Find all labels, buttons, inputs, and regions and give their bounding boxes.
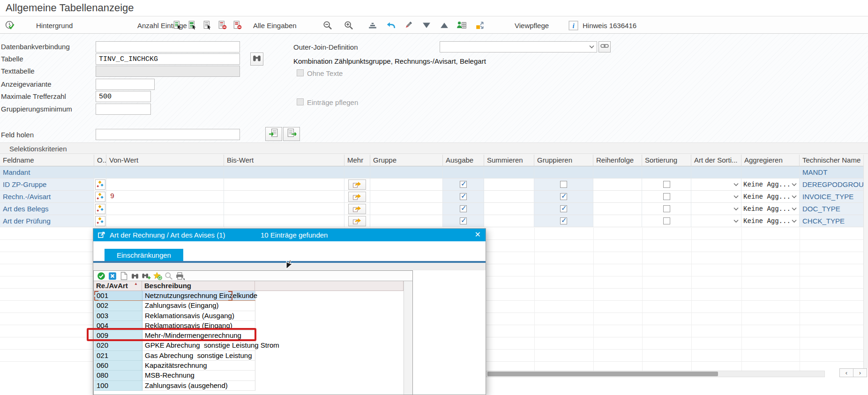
- value-list-row[interactable]: 002Zahlungsavis (Eingang): [94, 301, 404, 311]
- cell-ausgabe[interactable]: [443, 179, 484, 191]
- value-code[interactable]: 020: [94, 341, 142, 350]
- value-code[interactable]: 004: [94, 321, 142, 331]
- cell-technischer-name[interactable]: MANDT: [800, 166, 868, 179]
- page-left-button[interactable]: ‹: [839, 368, 853, 377]
- triangle-up-icon[interactable]: [439, 20, 449, 30]
- list-scrollbar[interactable]: [404, 281, 412, 395]
- selection-option-button[interactable]: [95, 192, 105, 202]
- value-description[interactable]: Zahlungsavis (ausgehend): [142, 381, 255, 391]
- cell-feldname[interactable]: Mandant: [0, 166, 94, 179]
- edit-icon[interactable]: [403, 20, 413, 30]
- column-header-2[interactable]: Von-Wert: [106, 155, 224, 166]
- cell-aggregieren[interactable]: Keine Agg...: [741, 191, 800, 203]
- column-header-11[interactable]: Art der Sorti...: [691, 155, 741, 166]
- value-description[interactable]: Netznutzungsrechnung Einzelkunde: [142, 291, 255, 301]
- all-inputs-button[interactable]: Alle Eingaben: [253, 22, 297, 30]
- column-header-8[interactable]: Gruppieren: [534, 155, 593, 166]
- cell-technischer-name[interactable]: DEREGPODGROUP: [800, 179, 868, 191]
- import-fields-button[interactable]: [265, 127, 282, 141]
- checkbox-icon[interactable]: [460, 205, 467, 212]
- cell-gruppieren[interactable]: [534, 215, 593, 227]
- checkbox-icon[interactable]: [460, 193, 467, 200]
- execute-icon[interactable]: [5, 20, 15, 30]
- cell-bis-wert[interactable]: [224, 191, 344, 203]
- cell-technischer-name[interactable]: DOC_TYPE: [800, 203, 868, 215]
- cell-sortierung[interactable]: [642, 191, 691, 203]
- value-code[interactable]: 080: [94, 371, 142, 380]
- cell-art-der-sortierung[interactable]: [691, 191, 741, 203]
- tab-restrictions[interactable]: Einschränkungen: [105, 249, 183, 261]
- cell-option[interactable]: [94, 191, 106, 203]
- cell-gruppe[interactable]: [370, 191, 443, 203]
- cell-technischer-name[interactable]: CHCK_TYPE: [800, 215, 868, 227]
- cell-feldname[interactable]: Rechn.-/Avisart: [0, 191, 94, 203]
- value-list-row[interactable]: 001Netznutzungsrechnung Einzelkunde: [94, 291, 404, 301]
- checkbox-icon[interactable]: [560, 217, 567, 224]
- note-button[interactable]: Hinweis 1636416: [583, 22, 636, 30]
- cell-von-wert[interactable]: [106, 215, 224, 227]
- grouping-minimum-input[interactable]: [96, 104, 151, 115]
- column-header-description[interactable]: Beschreibung: [142, 281, 255, 291]
- value-description[interactable]: Zahlungsavis (Eingang): [142, 301, 255, 311]
- value-code[interactable]: 060: [94, 361, 142, 371]
- multiple-selection-button[interactable]: [348, 192, 366, 202]
- multiple-selection-button[interactable]: [348, 204, 366, 214]
- cell-mehr[interactable]: [344, 179, 370, 191]
- value-list-row[interactable]: 100Zahlungsavis (ausgehend): [94, 381, 404, 391]
- value-description[interactable]: Mehr-/Mindermengenrechnung: [142, 331, 255, 341]
- cell-gruppe[interactable]: [370, 203, 443, 215]
- column-header-code[interactable]: Re./AvArt ▲: [94, 281, 142, 291]
- triangle-down-icon[interactable]: [421, 20, 432, 30]
- value-code[interactable]: 100: [94, 381, 142, 391]
- ok-icon[interactable]: [96, 272, 107, 280]
- checkbox-icon[interactable]: [663, 205, 670, 212]
- cell-option[interactable]: [94, 179, 106, 191]
- cell-option[interactable]: [94, 215, 106, 227]
- column-header-1[interactable]: O..: [94, 155, 106, 166]
- cell-von-wert[interactable]: [106, 203, 224, 215]
- checkbox-icon[interactable]: [460, 181, 467, 188]
- multiple-selection-button[interactable]: [348, 179, 366, 190]
- value-description[interactable]: Reklamationsavis (Eingang): [142, 321, 255, 331]
- column-header-7[interactable]: Summieren: [484, 155, 534, 166]
- cell-sortierung[interactable]: [642, 203, 691, 215]
- cell-ausgabe[interactable]: [443, 203, 484, 215]
- find-next-icon[interactable]: [141, 272, 152, 280]
- cell-sortierung[interactable]: [642, 215, 691, 227]
- background-button[interactable]: Hintergrund: [36, 22, 73, 30]
- view-maintenance-button[interactable]: Viewpflege: [515, 22, 549, 30]
- value-description[interactable]: GPKE Abrechung sonstige Leistung Strom: [142, 341, 255, 350]
- cell-feldname[interactable]: Art des Belegs: [0, 203, 94, 215]
- selection-option-button[interactable]: [95, 204, 105, 214]
- cell-art-der-sortierung[interactable]: [691, 215, 741, 227]
- vertical-scrollbar[interactable]: [863, 155, 868, 368]
- value-code[interactable]: 009: [94, 331, 142, 341]
- user-table-icon[interactable]: [456, 20, 467, 30]
- db-connection-input[interactable]: [96, 41, 240, 52]
- export-fields-button[interactable]: [283, 127, 300, 141]
- cell-bis-wert[interactable]: [224, 179, 344, 191]
- outer-join-combobox[interactable]: [440, 41, 597, 52]
- new-document-icon[interactable]: [118, 272, 129, 280]
- display-variant-input[interactable]: [96, 79, 155, 90]
- column-header-10[interactable]: Sortierung: [642, 155, 691, 166]
- column-header-3[interactable]: Bis-Wert: [224, 155, 344, 166]
- cell-bis-wert[interactable]: [224, 215, 344, 227]
- value-list-row[interactable]: 004Reklamationsavis (Eingang): [94, 321, 404, 331]
- close-icon[interactable]: ✕: [475, 230, 481, 239]
- expand-collapse-icon[interactable]: [475, 20, 485, 30]
- cell-mehr[interactable]: [344, 215, 370, 227]
- value-description[interactable]: MSB-Rechnung: [142, 371, 255, 380]
- checkbox-icon[interactable]: [560, 193, 567, 200]
- selection-option-button[interactable]: [95, 179, 105, 190]
- value-code[interactable]: 003: [94, 311, 142, 321]
- column-header-12[interactable]: Aggregieren: [741, 155, 800, 166]
- value-list-row[interactable]: 009Mehr-/Mindermengenrechnung: [94, 331, 404, 341]
- value-description[interactable]: Gas Abrechung sonstige Leistung: [142, 351, 255, 361]
- cell-gruppieren[interactable]: [534, 179, 593, 191]
- table-input[interactable]: [96, 53, 240, 65]
- cell-mehr[interactable]: [344, 191, 370, 203]
- zoom-in-icon[interactable]: [344, 20, 354, 30]
- column-header-0[interactable]: Feldname: [0, 155, 94, 166]
- cell-aggregieren[interactable]: Keine Agg...: [741, 203, 800, 215]
